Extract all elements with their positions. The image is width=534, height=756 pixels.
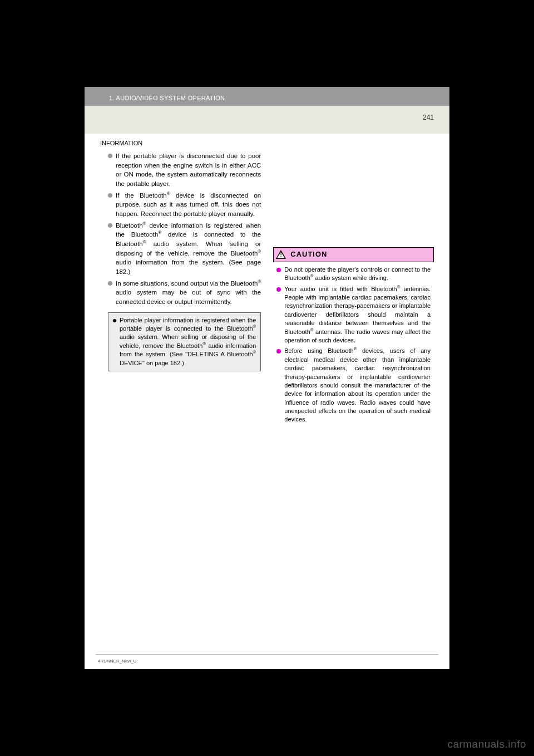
caution-bullet: Before using Bluetooth® devices, users o…	[276, 347, 431, 424]
header-strip: 241	[85, 106, 449, 134]
watermark: carmanuals.info	[447, 738, 526, 750]
footer-code: 4RUNNER_Navi_U	[98, 659, 136, 664]
bullet-text: If the portable player is disconnected d…	[116, 151, 261, 189]
bullet-text: Bluetooth® device information is registe…	[116, 221, 261, 277]
left-column: INFORMATION If the portable player is di…	[100, 139, 261, 431]
right-column: ! CAUTION Do not operate the player's co…	[273, 139, 434, 431]
info-bullet: If the Bluetooth® device is disconnected…	[108, 191, 261, 219]
bullet-icon	[113, 319, 116, 322]
content-columns: INFORMATION If the portable player is di…	[85, 134, 449, 431]
caution-text: Do not operate the player's controls or …	[284, 266, 431, 283]
bullet-icon	[276, 349, 281, 354]
info-bullet: If the portable player is disconnected d…	[108, 151, 261, 189]
caution-box: ! CAUTION Do not operate the player's co…	[273, 247, 434, 431]
bullet-icon	[108, 223, 112, 228]
caution-bullet: Do not operate the player's controls or …	[276, 266, 431, 283]
page-number: 241	[423, 114, 434, 121]
section-header: 1. AUDIO/VIDEO SYSTEM OPERATION	[85, 87, 449, 106]
note-text: Portable player information is registere…	[120, 316, 256, 367]
manual-page: 1. AUDIO/VIDEO SYSTEM OPERATION 241 INFO…	[85, 87, 449, 669]
caution-title: CAUTION	[290, 249, 327, 260]
information-heading: INFORMATION	[100, 139, 261, 148]
section-title: 1. AUDIO/VIDEO SYSTEM OPERATION	[109, 95, 225, 101]
caution-bullet: Your audio unit is fitted with Bluetooth…	[276, 285, 431, 345]
bullet-icon	[108, 154, 112, 158]
caution-text: Your audio unit is fitted with Bluetooth…	[284, 285, 431, 345]
bullet-text: In some situations, sound output via the…	[116, 279, 261, 307]
bullet-icon	[276, 287, 281, 292]
caution-header: ! CAUTION	[273, 247, 434, 262]
caution-body: Do not operate the player's controls or …	[273, 262, 434, 431]
warning-icon: !	[276, 250, 286, 259]
info-bullet: In some situations, sound output via the…	[108, 279, 261, 307]
bullet-icon	[108, 281, 112, 286]
bullet-text: If the Bluetooth® device is disconnected…	[116, 191, 261, 219]
footer-divider	[96, 654, 438, 655]
note-box: Portable player information is registere…	[108, 312, 261, 371]
info-bullet: Bluetooth® device information is registe…	[108, 221, 261, 277]
bullet-icon	[276, 268, 281, 272]
caution-text: Before using Bluetooth® devices, users o…	[284, 347, 431, 424]
bullet-icon	[108, 193, 112, 198]
